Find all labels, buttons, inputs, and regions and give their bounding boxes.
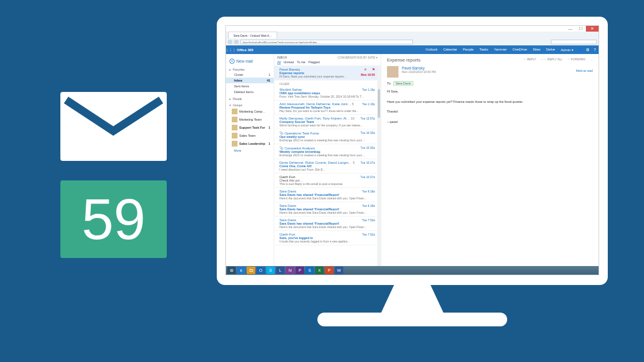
folder-deleted-items[interactable]: Deleted Items bbox=[226, 89, 274, 95]
group-item[interactable]: Marketing Camp… bbox=[226, 107, 274, 115]
message-row[interactable]: 📎 Competitor AnalysisWeekly compete brow… bbox=[274, 144, 381, 159]
back-button[interactable] bbox=[228, 40, 232, 44]
message-time: Tue 7:52a bbox=[362, 218, 375, 222]
section-people[interactable]: ▸ People bbox=[226, 95, 274, 101]
message-row[interactable]: Garth FortSara, you've logged inIt looks… bbox=[274, 231, 381, 245]
taskbar-sk[interactable]: S bbox=[266, 267, 275, 274]
forward-button[interactable] bbox=[234, 40, 239, 44]
suite-brand: Office 365 bbox=[235, 48, 256, 52]
message-preview: From: Vinh Tran Sent: Monday, October 20… bbox=[279, 95, 377, 98]
window-close[interactable]: ✕ bbox=[586, 26, 599, 32]
message-preview: Hey Sara, Do you want to come too? I kno… bbox=[279, 109, 377, 113]
filter-unread[interactable]: Unread bbox=[283, 60, 294, 64]
action-button[interactable]: … bbox=[590, 57, 593, 61]
action-button[interactable]: ← REPLY bbox=[523, 57, 536, 61]
window-minimize[interactable]: — bbox=[565, 26, 576, 32]
message-row[interactable]: 📎 Operations Task ForceOps weekly syncEx… bbox=[274, 129, 381, 144]
address-bar[interactable]: https://outlook.office365.com/owa/?realm… bbox=[240, 40, 413, 44]
nav-delve[interactable]: Delve bbox=[543, 48, 558, 52]
nav-onedrive[interactable]: OneDrive bbox=[509, 48, 530, 52]
avatar[interactable]: 👤 bbox=[576, 46, 584, 53]
browser-search[interactable] bbox=[551, 40, 597, 44]
message-row[interactable]: Sara DavisSara Davis has shared 'Financi… bbox=[274, 188, 381, 202]
promo-area: 59 bbox=[60, 92, 170, 258]
taskbar-ie[interactable]: e bbox=[237, 267, 246, 274]
list-filters: AllUnreadTo meFlagged bbox=[274, 59, 381, 66]
message-time: Tue 1:19p bbox=[362, 88, 375, 91]
action-button[interactable]: ←← REPLY ALL bbox=[541, 57, 562, 61]
screen: — ☐ ✕ Sara Davis - Outlook Web A… https:… bbox=[225, 25, 599, 275]
suite-nav: ⋮⋮⋮ Office 365 OutlookCalendarPeopleTask… bbox=[226, 45, 599, 54]
section-favorites[interactable]: ▸ Favorites bbox=[226, 66, 274, 72]
group-avatar bbox=[232, 133, 237, 138]
message-row[interactable]: Pavel BanskyExpense reportsHi Sara, Have… bbox=[274, 66, 381, 80]
taskbar-ly[interactable]: L bbox=[276, 267, 285, 274]
taskbar-sp[interactable]: S bbox=[305, 267, 314, 274]
message-row[interactable]: Sara DavisSara Davis has shared 'Financi… bbox=[274, 202, 381, 217]
list-section-header: OLDER bbox=[274, 80, 381, 86]
nav-tasks[interactable]: Tasks bbox=[477, 48, 491, 52]
group-item[interactable]: Sales Leadership1 bbox=[226, 140, 274, 148]
nav-admin[interactable]: Admin ▾ bbox=[558, 48, 576, 52]
monitor: — ☐ ✕ Sara Davis - Outlook Web A… https:… bbox=[217, 17, 608, 326]
scrollbar[interactable] bbox=[377, 66, 381, 266]
new-mail-button[interactable]: + New mail bbox=[226, 57, 274, 66]
nav-people[interactable]: People bbox=[460, 48, 477, 52]
app-launcher-icon[interactable]: ⋮⋮⋮ bbox=[226, 45, 235, 54]
taskbar-ob[interactable]: O bbox=[256, 267, 265, 274]
filter-flagged[interactable]: Flagged bbox=[308, 60, 320, 64]
filter-all[interactable]: All bbox=[277, 60, 281, 64]
sender-name[interactable]: Pavel Bansky bbox=[402, 66, 436, 70]
group-avatar bbox=[232, 141, 237, 147]
taskbar-pp[interactable]: P bbox=[296, 267, 304, 274]
message-row[interactable]: Molly Dempsey; Garth Fort; Tony Krijnen;… bbox=[274, 115, 381, 129]
nav-yammer[interactable]: Yammer bbox=[491, 48, 509, 52]
monitor-stand bbox=[381, 284, 444, 314]
message-preview: Exchange 2013 vs created a meeting that … bbox=[279, 138, 377, 142]
message-time: Tue 7:52a bbox=[362, 233, 375, 236]
message-row[interactable]: Aziz Hassouneh; Denis Dehenne; Katie Jor… bbox=[274, 101, 381, 115]
filter-to-me[interactable]: To me bbox=[297, 60, 305, 64]
flag-icon[interactable]: ⚑ bbox=[372, 67, 375, 71]
window-maximize[interactable]: ☐ bbox=[576, 26, 586, 32]
taskbar-wd[interactable]: W bbox=[335, 267, 343, 274]
message-row[interactable]: Denis Dehenne; Robin Counts; David Longm… bbox=[274, 159, 381, 174]
help-icon[interactable]: ? bbox=[591, 46, 599, 53]
message-row[interactable]: Shobhit SahayOWA app installation stepsF… bbox=[274, 86, 381, 101]
monitor-base bbox=[317, 313, 507, 326]
settings-icon[interactable]: ⚙ bbox=[584, 46, 591, 53]
message-row[interactable]: Garth FortCheck this out…This is cool Re… bbox=[274, 174, 381, 188]
taskbar-on[interactable]: N bbox=[286, 267, 294, 274]
browser-tab[interactable]: Sara Davis - Outlook Web A… bbox=[228, 32, 277, 38]
message-time: Tue 10:33a bbox=[361, 131, 375, 134]
message-row[interactable]: Sara DavisSara Davis has shared 'Financi… bbox=[274, 217, 381, 231]
message-scroll[interactable]: Pavel BanskyExpense reportsHi Sara, Have… bbox=[274, 66, 381, 266]
message-body: Hi Sara, Have you submitted your expense… bbox=[387, 89, 593, 125]
action-button[interactable]: → FORWARD bbox=[567, 57, 585, 61]
nav-calendar[interactable]: Calendar bbox=[440, 48, 460, 52]
section-groups[interactable]: ▾ Groups bbox=[226, 101, 274, 107]
message-actions: ← REPLY←← REPLY ALL→ FORWARD… bbox=[523, 57, 593, 61]
delete-icon[interactable]: ✕ bbox=[364, 67, 367, 71]
recipient-chip[interactable]: Sara Davis bbox=[393, 81, 413, 86]
group-item[interactable]: Support Task For1 bbox=[226, 124, 274, 132]
taskbar-fold[interactable]: 🗀 bbox=[247, 267, 255, 274]
folder-sidebar: + New mail ▸ Favorites Clutter1Inbox41Se… bbox=[226, 54, 274, 266]
sidebar-more[interactable]: More bbox=[226, 148, 274, 153]
nav-outlook[interactable]: Outlook bbox=[423, 48, 440, 52]
message-preview: Here's the document that Sara Davis shar… bbox=[279, 211, 377, 214]
message-time: Tue 10:27a bbox=[361, 161, 375, 164]
folder-clutter[interactable]: Clutter1 bbox=[226, 72, 274, 78]
message-time: Tue 10:27a bbox=[361, 175, 375, 179]
message-preview: Here's the document that Sara Davis shar… bbox=[279, 197, 377, 200]
folder-sent-items[interactable]: Sent Items bbox=[226, 83, 274, 89]
group-item[interactable]: Sales Team bbox=[226, 132, 274, 140]
taskbar-win[interactable]: ⊞ bbox=[227, 267, 236, 274]
taskbar-xl[interactable]: X bbox=[315, 267, 324, 274]
group-item[interactable]: Marketing Team bbox=[226, 115, 274, 124]
mark-as-read[interactable]: Mark as read bbox=[576, 69, 593, 72]
nav-sites[interactable]: Sites bbox=[530, 48, 543, 52]
taskbar-ppt[interactable]: P bbox=[325, 267, 334, 274]
folder-inbox[interactable]: Inbox41 bbox=[226, 78, 274, 83]
group-avatar bbox=[232, 117, 237, 122]
